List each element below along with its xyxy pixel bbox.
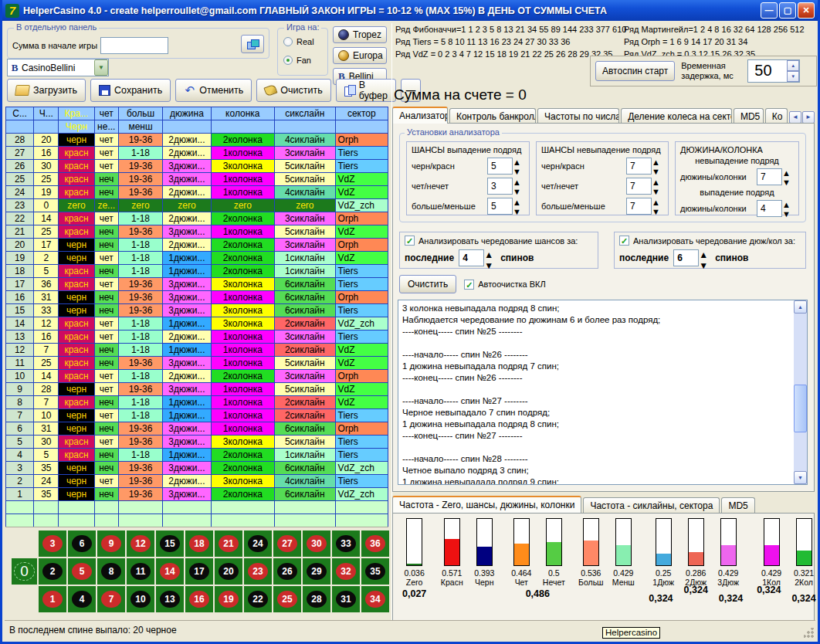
- board-cell-10[interactable]: 10: [127, 586, 154, 612]
- table-row[interactable]: 1631черннеч19-363дюжи...1колонка6сиклайн…: [6, 291, 388, 304]
- header-cell[interactable]: сикслайн: [275, 107, 335, 120]
- board-cell-9[interactable]: 9: [97, 530, 125, 557]
- spinner-down-icon[interactable]: ▼: [513, 167, 524, 176]
- board-cell-1[interactable]: 1: [39, 586, 66, 612]
- board-cell-32[interactable]: 32: [332, 558, 360, 585]
- spinner-down-icon[interactable]: ▼: [782, 209, 794, 219]
- tab-2[interactable]: Контроль банкролла: [449, 108, 536, 124]
- spinner-up-icon[interactable]: ▲: [782, 168, 794, 178]
- spinner-down-icon[interactable]: ▼: [652, 167, 663, 176]
- header-cell[interactable]: Кра...: [59, 107, 94, 120]
- tab-scroll-right-icon[interactable]: ►: [802, 111, 815, 124]
- setting-value[interactable]: 3: [487, 178, 513, 195]
- table-row[interactable]: 224чернчет19-362дюжи...3колонка4сиклайнT…: [6, 475, 388, 488]
- board-cell-29[interactable]: 29: [303, 558, 330, 585]
- resize-grip[interactable]: [804, 628, 814, 638]
- board-cell-18[interactable]: 18: [185, 530, 213, 557]
- tab-3[interactable]: Частоты по числам: [537, 108, 619, 124]
- table-row[interactable]: 1125красннеч19-363дюжи...1колонка5сиклай…: [6, 357, 388, 370]
- header-cell[interactable]: не...: [94, 120, 118, 134]
- tab-5[interactable]: MD5: [734, 108, 764, 124]
- board-cell-12[interactable]: 12: [127, 530, 154, 557]
- board-cell-5[interactable]: 5: [68, 558, 96, 585]
- header-cell[interactable]: Ч...: [34, 107, 59, 120]
- start-sum-input[interactable]: [100, 37, 168, 54]
- table-row[interactable]: 2525красннеч19-363дюжи...1колонка5сиклай…: [6, 173, 388, 186]
- board-cell-15[interactable]: 15: [156, 530, 184, 557]
- tab-6[interactable]: Ко: [765, 108, 788, 124]
- table-row[interactable]: 2125красннеч19-363дюжи...1колонка5сиклай…: [6, 225, 388, 239]
- header-cell[interactable]: больш: [118, 107, 162, 120]
- table-row[interactable]: 1412краснчет1-181дюжи...3колонка2сиклайн…: [6, 317, 388, 330]
- spinner-down-icon[interactable]: ▼: [782, 178, 794, 187]
- delay-down-icon[interactable]: ▼: [787, 71, 799, 82]
- header-cell[interactable]: [211, 120, 275, 134]
- board-cell-2[interactable]: 2: [39, 558, 66, 585]
- table-row[interactable]: 1316краснчет1-182дюжи...1колонка3сиклайн…: [6, 330, 388, 344]
- board-cell-25[interactable]: 25: [273, 586, 301, 612]
- spinner-down-icon[interactable]: ▼: [513, 207, 524, 216]
- board-cell-16[interactable]: 16: [185, 586, 213, 612]
- buffer-button[interactable]: В буфер: [336, 79, 396, 102]
- spinner-up-icon[interactable]: ▲: [513, 178, 524, 187]
- freq-tab-3[interactable]: MD5: [721, 497, 754, 513]
- header-cell[interactable]: менш: [118, 120, 162, 134]
- table-row[interactable]: 185красннеч1-181дюжи...2колонка1сиклайнT…: [6, 265, 388, 278]
- scroll-down-icon[interactable]: ▼: [794, 471, 807, 484]
- tab-4[interactable]: Деление колеса на сектора: [621, 108, 732, 124]
- table-row[interactable]: 127красннеч1-181дюжи...1колонка2сиклайнV…: [6, 344, 388, 357]
- board-cell-21[interactable]: 21: [215, 530, 242, 557]
- radio-fan[interactable]: Fan: [283, 56, 311, 65]
- board-cell-20[interactable]: 20: [215, 558, 242, 585]
- board-cell-13[interactable]: 13: [156, 586, 184, 612]
- tab-1[interactable]: Анализатор: [392, 107, 448, 124]
- alt-chances-spinner[interactable]: 4▲▼: [459, 249, 496, 266]
- header-cell[interactable]: Черн: [59, 120, 94, 134]
- setting-spinner[interactable]: 5▲▼: [487, 158, 524, 175]
- table-row[interactable]: 135черннеч19-363дюжи...2колонка6сиклайнV…: [6, 488, 388, 501]
- casino-combobox[interactable]: B CasinoBellini ▼: [7, 59, 109, 76]
- table-row[interactable]: 2630краснчет19-363дюжи...3колонка5сиклай…: [6, 160, 388, 173]
- table-row[interactable]: 87красннеч1-181дюжи...1колонка2сиклайнVd…: [6, 396, 388, 409]
- table-row[interactable]: 230zeroze...zerozerozerozeroVdZ_zch: [6, 199, 388, 212]
- table-row[interactable]: 631черннеч19-363дюжи...1колонка6сиклайнO…: [6, 422, 388, 436]
- spinner-down-icon[interactable]: ▼: [652, 187, 663, 196]
- table-row[interactable]: 2017черннеч1-182дюжи...2колонка3сиклайнO…: [6, 239, 388, 252]
- board-cell-35[interactable]: 35: [361, 558, 389, 585]
- setting-value[interactable]: 7: [626, 178, 652, 195]
- combobox-dropdown-icon[interactable]: ▼: [94, 59, 108, 76]
- alt-dozen-checkbox[interactable]: ✓ Анализировать чередование дюж/кол за:: [619, 236, 801, 246]
- board-cell-17[interactable]: 17: [185, 558, 213, 585]
- board-cell-33[interactable]: 33: [332, 530, 360, 557]
- radio-real[interactable]: Real: [283, 37, 314, 46]
- setting-value[interactable]: 7: [757, 168, 782, 185]
- maximize-button[interactable]: ▢: [779, 2, 796, 19]
- analyzer-clear-button[interactable]: Очистить: [399, 275, 456, 293]
- table-row[interactable]: 530краснчет19-363дюжи...3колонка5сиклайн…: [6, 436, 388, 449]
- analyzer-log[interactable]: 3 колонка невыпадала подряд 8 спин; Набл…: [398, 300, 808, 485]
- board-cell-8[interactable]: 8: [97, 558, 125, 585]
- table-row[interactable]: 2716краснчет1-182дюжи...1колонка3сиклайн…: [6, 147, 388, 160]
- setting-spinner[interactable]: 4▲▼: [757, 200, 794, 217]
- setting-value[interactable]: 4: [757, 200, 782, 217]
- autospin-start-button[interactable]: Автоспин старт: [595, 61, 675, 81]
- table-row[interactable]: 928чернчет19-363дюжи...1колонка5сиклайнV…: [6, 383, 388, 396]
- board-cell-23[interactable]: 23: [244, 558, 272, 585]
- table-row[interactable]: 45красннеч1-181дюжи...2колонка1сиклайнTi…: [6, 449, 388, 462]
- header-cell[interactable]: [6, 120, 34, 134]
- table-row[interactable]: 192чернчет1-181дюжи...2колонка1сиклайнVd…: [6, 252, 388, 265]
- setting-spinner[interactable]: 7▲▼: [757, 168, 794, 185]
- load-button[interactable]: Загрузить: [7, 79, 86, 102]
- tropez-button[interactable]: Tropez: [333, 26, 387, 43]
- board-cell-3[interactable]: 3: [39, 530, 66, 557]
- setting-value[interactable]: 7: [626, 198, 652, 215]
- board-cell-22[interactable]: 22: [244, 586, 272, 612]
- board-cell-6[interactable]: 6: [68, 530, 96, 557]
- board-cell-14[interactable]: 14: [156, 558, 184, 585]
- board-cell-26[interactable]: 26: [273, 558, 301, 585]
- setting-spinner[interactable]: 3▲▼: [487, 178, 524, 195]
- delay-up-icon[interactable]: ▲: [787, 60, 799, 71]
- table-row[interactable]: 2214краснчет1-182дюжи...2колонка3сиклайн…: [6, 212, 388, 225]
- setting-value[interactable]: 7: [626, 158, 652, 175]
- spinner-up-icon[interactable]: ▲: [782, 200, 794, 209]
